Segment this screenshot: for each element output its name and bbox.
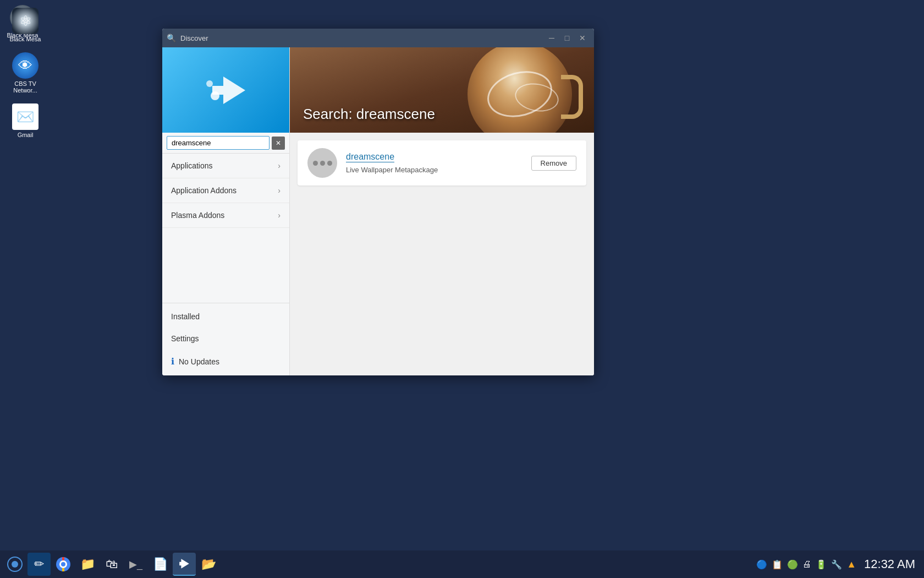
app-card-dreamscene: dreamscene Live Wallpaper Metapackage Re… [298,140,586,186]
applications-label: Applications [171,161,278,170]
gmail-icon: ✉️ [12,103,38,130]
warning-icon[interactable]: ▲ [846,559,856,570]
taskbar: ✏ 📁 🛍 ▶_ 📄 📂 🔵 📋 🟢 🖨 🔋 🔧 ▲ 12:32 AM [0,550,924,578]
title-bar-controls: ─ □ ✕ [544,32,590,44]
sys-icon-network[interactable]: 🟢 [787,559,798,570]
banner: Search: dreamscene [290,47,594,133]
taskbar-time: 12:32 AM [864,557,915,571]
discover-window: 🔍 Discover ─ □ ✕ [162,29,594,375]
sidebar-logo [162,47,289,133]
taskbar-icon-notes[interactable]: 📄 [148,553,172,576]
sys-icon-settings[interactable]: 🔧 [831,559,842,570]
app-info: dreamscene Live Wallpaper Metapackage [346,152,522,174]
desktop-icons-column: ⚛ Black Mesa 👁 CBS TV Networ... ✉️ Gmail [6,6,45,140]
sys-icon-print[interactable]: 🖨 [802,559,811,569]
search-input[interactable] [167,136,270,150]
nav-item-plasma-addons[interactable]: Plasma Addons › [162,203,289,228]
nav-item-application-addons[interactable]: Application Addons › [162,178,289,203]
window-icon: 🔍 [167,34,176,42]
nav-item-settings[interactable]: Settings [162,328,289,350]
discover-logo [199,68,254,112]
cbs-icon: 👁 [12,52,38,79]
window-title: Discover [180,34,540,42]
nav-items: Applications › Application Addons › Plas… [162,154,289,303]
sys-icon-clipboard[interactable]: 📋 [772,559,783,570]
application-addons-chevron: › [278,186,280,195]
info-icon: ℹ [171,356,174,367]
remove-button[interactable]: Remove [531,156,576,171]
sys-icon-bluetooth[interactable]: 🔵 [756,559,767,570]
app-description: Live Wallpaper Metapackage [346,166,522,174]
maximize-button[interactable]: □ [560,32,574,44]
plasma-addons-label: Plasma Addons [171,211,278,220]
window-body: ✕ Applications › Application Addons › Pl… [162,47,594,375]
desktop-icon-blackmesa[interactable]: ⚛ Black Mesa [6,6,45,45]
taskbar-icon-chrome[interactable] [52,553,75,576]
blackmesa-icon: ⚛ [12,8,38,34]
sidebar: ✕ Applications › Application Addons › Pl… [162,47,290,375]
results-area: dreamscene Live Wallpaper Metapackage Re… [290,133,594,375]
svg-point-4 [12,561,18,568]
taskbar-icon-filemanager[interactable]: 📂 [197,553,220,576]
sidebar-bottom: Installed Settings ℹ No Updates [162,303,289,375]
settings-label: Settings [171,334,199,343]
taskbar-icon-terminal[interactable]: ▶_ [124,553,147,576]
chrome-icon [56,557,71,572]
app-icon [307,148,337,178]
minimize-button[interactable]: ─ [544,32,559,44]
svg-point-7 [61,562,65,566]
three-dots-icon [313,161,332,166]
main-content: Search: dreamscene dreamscene [290,47,594,375]
banner-cup-side [561,75,583,119]
discover-taskbar-icon [178,557,191,570]
no-updates-label: No Updates [179,357,219,366]
title-bar: 🔍 Discover ─ □ ✕ [162,29,594,47]
plasma-icon [7,556,23,572]
svg-point-1 [206,80,213,87]
close-button[interactable]: ✕ [575,32,590,44]
desktop-icon-cbs[interactable]: 👁 CBS TV Networ... [6,50,45,96]
desktop-icon-gmail[interactable]: ✉️ Gmail [6,101,45,140]
app-name[interactable]: dreamscene [346,152,394,162]
system-tray: 🔵 📋 🟢 🖨 🔋 🔧 ▲ 12:32 AM [756,557,921,571]
svg-marker-2 [212,77,245,104]
search-bar: ✕ [162,133,289,154]
taskbar-icon-krita[interactable]: ✏ [28,553,51,576]
nav-item-no-updates[interactable]: ℹ No Updates [162,350,289,373]
nav-item-applications[interactable]: Applications › [162,154,289,178]
taskbar-icon-store[interactable]: 🛍 [100,553,123,576]
installed-label: Installed [171,312,200,321]
svg-marker-8 [179,559,189,569]
search-clear-button[interactable]: ✕ [272,137,285,150]
sys-icon-battery[interactable]: 🔋 [816,559,827,570]
taskbar-icon-discover-active[interactable] [173,553,196,576]
applications-chevron: › [278,161,280,170]
application-addons-label: Application Addons [171,186,278,195]
taskbar-icon-plasma[interactable] [3,553,26,576]
banner-latte-art [468,47,572,133]
taskbar-icon-files[interactable]: 📁 [76,553,99,576]
plasma-addons-chevron: › [278,211,280,220]
banner-text: Search: dreamscene [303,106,435,123]
nav-item-installed[interactable]: Installed [162,306,289,328]
